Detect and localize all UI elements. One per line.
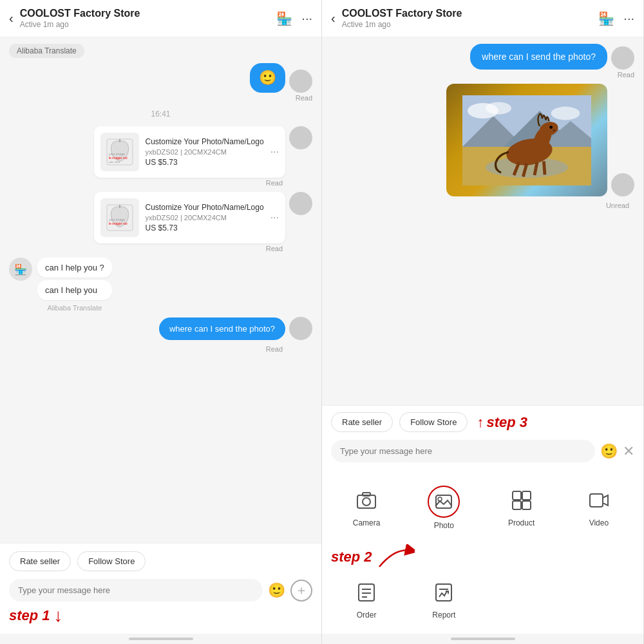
right-icons-section: Camera Photo [322,469,643,634]
right-camera-item[interactable]: Camera [331,480,402,535]
right-order-item[interactable]: Order [331,573,402,625]
left-product-card-1-wrapper: your image le imager noi aide ofice Cust… [9,126,312,187]
left-product-price-2: US $5.73 [146,223,264,232]
right-follow-store-button[interactable]: Follow Store [399,412,468,432]
right-panel: ‹ COOLOST Factory Store Active 1m ago 🏪 … [322,0,644,644]
right-message-input[interactable] [331,440,595,462]
left-bot-msg-2: can I help you [37,280,112,300]
svg-text:le imager noi: le imager noi [109,222,128,225]
left-product-menu-1[interactable]: ··· [270,146,279,158]
right-video-icon [584,486,614,515]
left-header-info: COOLOST Factory Store Active 1m ago [20,8,270,29]
left-user-avatar-3 [289,192,312,215]
right-icons-grid-row2: Order Report [322,573,643,634]
left-step1-label: step 1 [9,607,50,624]
left-user-avatar-2 [289,126,312,149]
right-report-item[interactable]: Report [408,573,479,625]
right-camera-label: Camera [353,518,381,527]
right-store-status: Active 1m ago [342,20,592,29]
left-store-status: Active 1m ago [20,20,270,29]
right-back-button[interactable]: ‹ [331,11,336,26]
left-product-name-2: Customize Your Photo/Name/Logo [146,203,264,213]
right-step3-arrow: ↑ [477,414,484,431]
left-rate-seller-button[interactable]: Rate seller [9,551,71,571]
left-more-icon[interactable]: ··· [301,11,312,26]
left-emoji-icon[interactable]: 🙂 [268,582,285,599]
right-header-icons: 🏪 ··· [598,11,634,26]
right-product-item[interactable]: Product [486,480,557,535]
left-message-input[interactable] [9,579,263,601]
right-sender-avatar [611,173,634,196]
left-bottom-bar: Rate seller Follow Store 🙂 ＋ step 1 ↓ [0,543,321,634]
left-product-card-2-wrapper: your image le imager noi Customize Your … [9,192,312,252]
svg-point-26 [551,106,580,120]
svg-rect-36 [590,494,603,507]
right-input-row: 🙂 ✕ [331,440,634,462]
right-photo-icon-circle [428,486,460,518]
left-arrow-down: ↓ [54,605,63,626]
right-report-label: Report [432,611,455,620]
left-translate-badge: Alibaba Translate [9,44,84,58]
left-product-name-1: Customize Your Photo/Name/Logo [146,137,264,147]
right-chat-area: where can I send the photo? Read [322,37,643,405]
svg-rect-33 [522,491,531,500]
right-action-buttons: Rate seller Follow Store ↑ step 3 [331,412,634,432]
left-product-card-1[interactable]: your image le imager noi aide ofice Cust… [94,126,285,178]
right-close-icon[interactable]: ✕ [623,443,634,460]
left-product-menu-2[interactable]: ··· [270,212,279,223]
left-user-read: Read [9,345,312,353]
right-step2-annotation: step 2 [322,544,643,573]
right-header: ‹ COOLOST Factory Store Active 1m ago 🏪 … [322,0,643,37]
svg-text:aide ofice: aide ofice [109,160,120,164]
left-product-card-2[interactable]: your image le imager noi Customize Your … [94,192,285,243]
svg-line-21 [544,161,545,175]
left-step-row: 🙂 ＋ [9,579,312,601]
right-store-icon[interactable]: 🏪 [598,11,614,26]
right-report-icon [429,578,459,607]
left-bot-translate: Alibaba Translate [37,304,112,312]
right-more-icon[interactable]: ··· [623,11,634,26]
svg-rect-35 [522,501,531,509]
left-product-1-read: Read [9,179,312,187]
right-photo-item[interactable]: Photo [408,480,479,535]
left-timestamp: 16:41 [151,109,170,118]
right-emoji-icon[interactable]: 🙂 [600,443,618,460]
right-store-name: COOLOST Factory Store [342,8,592,19]
left-follow-store-button[interactable]: Follow Store [77,551,146,571]
left-product-img-2: your image le imager noi [100,198,139,237]
left-bot-row: 🏪 can I help you ? can I help you Alibab… [9,258,312,312]
right-scroll-indicator [451,638,515,640]
right-rate-seller-button[interactable]: Rate seller [331,412,393,432]
left-emoji-message: 🙂 [250,63,285,93]
right-read-label: Read [618,71,634,79]
left-product-2-read: Read [9,245,312,252]
left-back-button[interactable]: ‹ [9,11,14,26]
left-bot-messages: can I help you ? can I help you Alibaba … [37,258,112,312]
left-store-icon[interactable]: 🏪 [276,11,292,26]
left-step1-annotation: step 1 ↓ [9,605,312,626]
right-video-label: Video [589,518,609,527]
left-action-buttons: Rate seller Follow Store [9,551,312,571]
right-video-item[interactable]: Video [564,480,634,535]
right-icons-grid: Camera Photo [322,471,643,544]
right-photo-label: Photo [434,521,454,530]
svg-point-23 [553,129,556,131]
left-bot-avatar: 🏪 [9,258,32,281]
left-user-avatar [289,70,312,93]
right-camera-icon [352,486,381,515]
right-header-info: COOLOST Factory Store Active 1m ago [342,8,592,29]
right-horse-image [446,84,607,196]
left-product-sku-1: yxbDZS02 | 20CMX24CM [146,148,264,156]
left-product-price-1: US $5.73 [146,158,264,167]
svg-rect-29 [363,493,370,496]
left-input-row: 🙂 ＋ [9,579,312,601]
left-user-bubble: where can I send the photo? [159,317,285,340]
left-store-name: COOLOST Factory Store [20,8,270,19]
left-user-row: where can I send the photo? [159,317,312,340]
left-plus-button[interactable]: ＋ [290,580,312,601]
left-header: ‹ COOLOST Factory Store Active 1m ago 🏪 … [0,0,321,37]
right-user-avatar [611,46,634,70]
left-header-icons: 🏪 ··· [276,11,312,26]
left-product-img-1: your image le imager noi aide ofice [100,133,139,171]
right-product-label: Product [508,518,535,527]
